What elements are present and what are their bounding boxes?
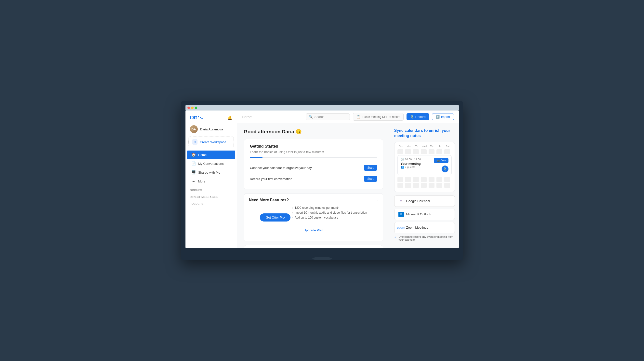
- start-record-button[interactable]: Start: [364, 176, 377, 182]
- paste-url-icon: 📋: [356, 114, 361, 119]
- minimize-dot[interactable]: [191, 107, 194, 109]
- user-name: Daria Abramova: [200, 127, 223, 131]
- feature-item-2: Import 10 monthly audio and video files …: [292, 211, 367, 214]
- cal-cell: [428, 183, 434, 188]
- meeting-actions: 📹 Join 🎙️: [434, 158, 448, 172]
- create-workspace-button[interactable]: ⊞ Create Workspace: [188, 137, 234, 147]
- cal-cell: [405, 183, 411, 188]
- cal-cell: [436, 149, 442, 154]
- search-icon: 🔍: [309, 115, 313, 119]
- task-label-calendar: Connect your calendar to organize your d…: [250, 166, 312, 170]
- home-icon: 🏠: [191, 153, 196, 157]
- search-box[interactable]: 🔍 Search: [306, 114, 350, 120]
- guests-icon: 👥: [401, 166, 404, 169]
- mic-button[interactable]: 🎙️: [442, 166, 448, 172]
- zoom-icon: zoom: [398, 225, 404, 230]
- task-row-record: Record your first conversation Start: [250, 173, 377, 184]
- features-more-dots[interactable]: ···: [374, 197, 378, 203]
- zoom-meetings-button[interactable]: zoom Zoom Meetings: [394, 222, 455, 233]
- cal-cell: [421, 149, 427, 154]
- close-dot[interactable]: [188, 107, 190, 109]
- logo-dot-2: [200, 117, 201, 118]
- monitor-stand: [186, 248, 459, 260]
- cal-cell: [413, 183, 419, 188]
- features-card: Need More Features? ··· Get Otter Pro 12…: [244, 193, 383, 241]
- run-meetings-card: Run better meetings ···: [244, 245, 383, 248]
- features-card-header: Need More Features? ···: [244, 194, 383, 204]
- record-icon: 🎙️: [410, 115, 414, 119]
- cal-cell: [444, 183, 450, 188]
- cal-cell: [421, 183, 427, 188]
- start-calendar-button[interactable]: Start: [364, 165, 377, 171]
- task-label-record: Record your first conversation: [250, 177, 292, 181]
- right-panel: Sync calendars to enrich your meeting no…: [390, 123, 459, 248]
- run-meetings-header: Run better meetings ···: [244, 245, 383, 248]
- cal-cell: [444, 177, 450, 182]
- record-button[interactable]: 🎙️ Record: [406, 113, 429, 120]
- sidebar: Ott 🔔 DA Daria Abramova: [186, 111, 237, 248]
- main-panel: Good afternoon Daria 🙂 Getting Started L…: [237, 123, 390, 248]
- progress-bar-fill: [250, 157, 263, 158]
- folders-section-label: FOLDERS: [186, 199, 237, 206]
- stand-neck: [322, 250, 322, 257]
- sidebar-item-more[interactable]: ⋯ More: [187, 177, 235, 185]
- cal-cell: [428, 177, 434, 182]
- conversations-icon: 📄: [191, 161, 196, 166]
- check-icon: ✓: [394, 235, 397, 239]
- meeting-card: 🕐 10:00 - 11:00 Your meeting 👥 2 guests: [398, 155, 452, 175]
- workspace-icon: ⊞: [192, 139, 198, 145]
- logo-dot-1: [198, 116, 199, 117]
- cal-fri: Fri: [436, 145, 444, 148]
- get-pro-button[interactable]: Get Otter Pro: [260, 213, 290, 221]
- monitor-bar: [186, 105, 459, 111]
- bell-icon[interactable]: 🔔: [228, 115, 232, 120]
- google-calendar-icon: G: [398, 198, 404, 204]
- cal-wed: Wed: [420, 145, 428, 148]
- sidebar-item-my-conversations[interactable]: 📄 My Conversations: [187, 159, 235, 168]
- task-row-calendar: Connect your calendar to organize your d…: [250, 162, 377, 173]
- google-calendar-button[interactable]: G Google Calendar: [394, 195, 455, 207]
- maximize-dot[interactable]: [195, 107, 197, 109]
- otter-logo: Ott: [190, 114, 203, 121]
- getting-started-title: Getting Started: [250, 144, 377, 149]
- getting-started-card: Getting Started Learn the basics of usin…: [244, 139, 383, 189]
- one-click-note: ✓ One click to record any event or meeti…: [394, 235, 455, 241]
- cal-mon: Mon: [405, 145, 413, 148]
- cal-cell: [405, 149, 411, 154]
- video-icon: 📹: [436, 159, 440, 162]
- features-card-title: Need More Features?: [249, 198, 289, 202]
- logo-dots: [198, 116, 203, 119]
- cal-cell: [436, 183, 442, 188]
- cal-row-1: [398, 149, 452, 154]
- microsoft-outlook-button[interactable]: O Microsoft Outlook: [394, 209, 455, 220]
- feature-item-3: Add up to 100 custom vocabulary: [292, 216, 367, 219]
- join-meeting-button[interactable]: 📹 Join: [434, 158, 448, 163]
- cal-sat: Sat: [444, 145, 452, 148]
- cal-cell: [428, 149, 434, 154]
- shared-icon: 🖥️: [191, 170, 196, 175]
- cal-cell: [398, 149, 403, 154]
- sync-title: Sync calendars to enrich your meeting no…: [394, 128, 455, 139]
- user-profile: DA Daria Abramova: [186, 123, 237, 136]
- features-card-body: Get Otter Pro 1200 recording minutes per…: [244, 204, 383, 241]
- outlook-icon: O: [398, 212, 404, 217]
- direct-messages-section-label: DIRECT MESSAGES: [186, 193, 237, 199]
- progress-bar-container: [250, 157, 377, 158]
- meeting-time: 🕐 10:00 - 11:00: [401, 158, 421, 161]
- groups-section-label: GROUPS: [186, 186, 237, 193]
- mini-calendar: Sun Mon Tu Wed Thu Fri Sat: [394, 142, 455, 192]
- cal-thu: Thu: [428, 145, 436, 148]
- sidebar-item-shared-with-me[interactable]: 🖥️ Shared with Me: [187, 168, 235, 177]
- main-content: Home 🔍 Search 📋 Paste meeting URL to rec…: [237, 111, 459, 248]
- cal-row-2: [398, 177, 452, 182]
- sidebar-item-home[interactable]: 🏠 Home: [187, 151, 235, 159]
- upgrade-plan-link[interactable]: Upgrade Plan: [249, 228, 378, 236]
- logo-text: Ott: [190, 114, 197, 121]
- import-button[interactable]: ⬆️ Import: [432, 113, 454, 120]
- cal-cell: [421, 177, 427, 182]
- meeting-name: Your meeting: [401, 162, 421, 166]
- paste-url-box[interactable]: 📋 Paste meeting URL to record: [353, 113, 403, 121]
- cal-cell: [413, 177, 419, 182]
- topbar: Home 🔍 Search 📋 Paste meeting URL to rec…: [237, 111, 459, 123]
- search-placeholder-text: Search: [314, 115, 324, 119]
